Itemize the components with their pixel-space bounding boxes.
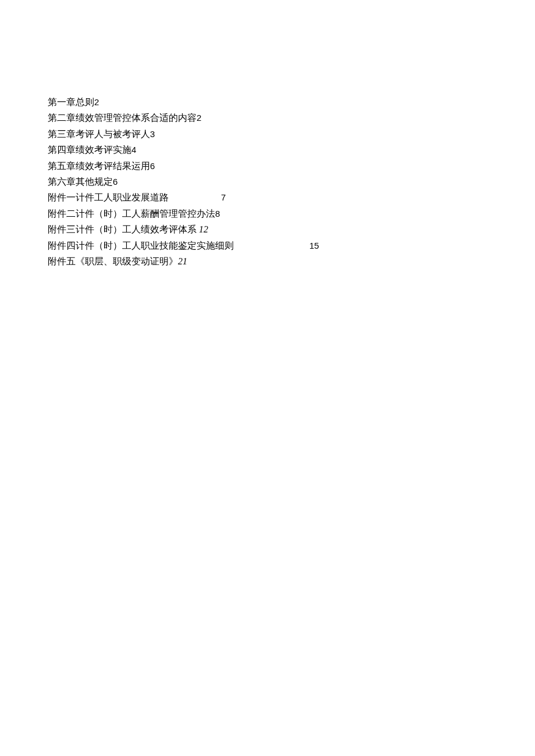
toc-label: 第二章绩效管理管控体系合适的内容 — [48, 113, 197, 123]
toc-entry: 第三章考评人与被考评人3 — [48, 127, 488, 142]
toc-page-number: 15 — [309, 241, 319, 250]
toc-label: 附件五《职层、职级变动证明》 — [48, 256, 178, 266]
toc-entry: 第一章总则2 — [48, 95, 488, 110]
toc-label: 第一章总则 — [48, 97, 94, 107]
toc-label: 第六章其他规定 — [48, 177, 113, 187]
toc-entry: 附件二计件（时）工人薪酬管理管控办法8 — [48, 206, 488, 221]
toc-page-number: 12 — [199, 224, 208, 234]
toc-page-number: 2 — [94, 97, 99, 107]
toc-label: 第四章绩效考评实施 — [48, 145, 131, 155]
toc-entry: 第二章绩效管理管控体系合适的内容2 — [48, 110, 488, 126]
toc-label: 附件三计件（时）工人绩效考评体系 — [48, 224, 197, 234]
toc-label: 第三章考评人与被考评人 — [48, 129, 150, 139]
toc-entry: 第六章其他规定6 — [48, 174, 488, 189]
toc-page-number: 4 — [131, 145, 136, 155]
toc-label: 附件二计件（时）工人薪酬管理管控办法 — [48, 209, 215, 218]
toc-page-number: 7 — [221, 192, 226, 202]
toc-page-number: 2 — [197, 113, 201, 123]
toc-page-number: 6 — [150, 161, 155, 171]
toc-label: 附件四计件（时）工人职业技能鉴定实施细则 — [48, 241, 234, 250]
toc-page-number: 21 — [178, 256, 187, 266]
toc-entry: 第四章绩效考评实施4 — [48, 142, 488, 157]
toc-entry: 附件五《职层、职级变动证明》21 — [48, 254, 488, 269]
toc-entry: 附件四计件（时）工人职业技能鉴定实施细则15 — [48, 238, 488, 253]
toc-entry: 第五章绩效考评结果运用6 — [48, 159, 488, 174]
toc-label: 第五章绩效考评结果运用 — [48, 161, 150, 171]
toc-label: 附件一计件工人职业发展道路 — [48, 192, 169, 202]
toc-page-number: 3 — [150, 129, 155, 139]
toc-page-number: 8 — [215, 209, 220, 218]
toc-entry: 附件一计件工人职业发展道路7 — [48, 190, 488, 205]
document-page: 第一章总则2 第二章绩效管理管控体系合适的内容2 第三章考评人与被考评人3 第四… — [0, 0, 535, 316]
toc-entry: 附件三计件（时）工人绩效考评体系 12 — [48, 222, 488, 237]
toc-page-number: 6 — [113, 177, 117, 187]
